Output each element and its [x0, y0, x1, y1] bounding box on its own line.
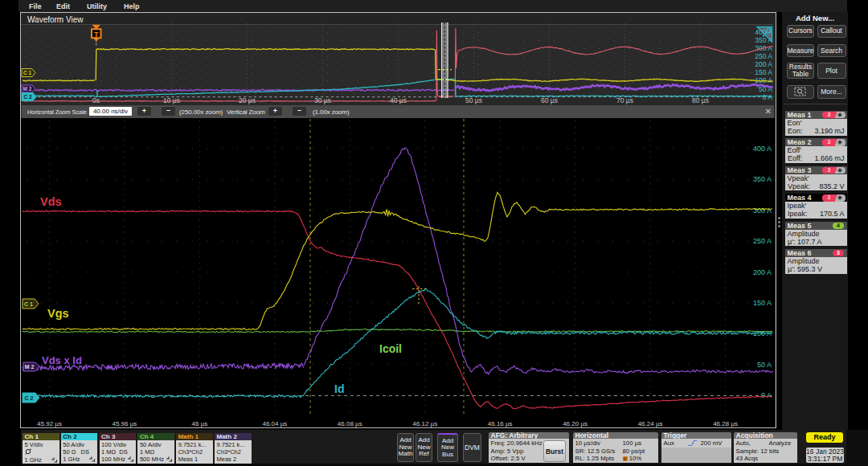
svg-text:70 µs: 70 µs [616, 96, 633, 104]
svg-text:250 A: 250 A [753, 237, 772, 245]
svg-text:C 1: C 1 [24, 301, 33, 307]
svg-text:Vds x Id: Vds x Id [42, 354, 82, 366]
svg-text:46.24 µs: 46.24 µs [638, 420, 663, 427]
svg-text:60 µs: 60 µs [541, 96, 558, 104]
svg-text:46.12 µs: 46.12 µs [412, 420, 437, 427]
svg-text:46.16 µs: 46.16 µs [488, 420, 513, 427]
svg-text:300 A: 300 A [753, 206, 772, 215]
svg-text:200 A: 200 A [753, 268, 772, 276]
svg-text:46.04 µs: 46.04 µs [262, 420, 287, 427]
svg-text:Vgs: Vgs [47, 307, 69, 320]
svg-text:80 µs: 80 µs [692, 96, 709, 104]
svg-text:20 µs: 20 µs [239, 96, 256, 104]
svg-text:M 2: M 2 [23, 86, 32, 92]
svg-text:C 2: C 2 [23, 94, 32, 100]
svg-text:46.08 µs: 46.08 µs [338, 420, 362, 427]
svg-text:46 µs: 46 µs [192, 420, 208, 427]
svg-text:0 A: 0 A [761, 391, 772, 399]
svg-text:40 µs: 40 µs [390, 96, 407, 104]
svg-text:250 A: 250 A [755, 52, 772, 60]
svg-text:45.96 µs: 45.96 µs [112, 420, 137, 427]
svg-text:350 A: 350 A [753, 175, 772, 183]
svg-text:M 2: M 2 [25, 364, 35, 370]
svg-text:T: T [94, 31, 99, 39]
svg-text:30 µs: 30 µs [314, 96, 331, 104]
svg-text:45.92 µs: 45.92 µs [37, 420, 62, 427]
svg-text:150 A: 150 A [755, 68, 772, 76]
svg-text:10 µs: 10 µs [163, 96, 180, 104]
svg-text:46.28 µs: 46.28 µs [713, 420, 738, 427]
svg-text:400 A: 400 A [753, 145, 772, 153]
svg-text:C 1: C 1 [23, 70, 32, 76]
svg-text:0s: 0s [92, 96, 100, 104]
svg-text:Icoil: Icoil [379, 342, 402, 355]
svg-text:C 2: C 2 [25, 395, 34, 401]
svg-text:200 A: 200 A [755, 60, 772, 68]
svg-text:150 A: 150 A [753, 299, 772, 307]
svg-text:46.20 µs: 46.20 µs [563, 420, 588, 427]
svg-text:Id: Id [334, 382, 344, 395]
svg-text:50 A: 50 A [757, 361, 772, 369]
svg-text:50 µs: 50 µs [465, 96, 482, 104]
svg-text:Vds: Vds [40, 195, 62, 208]
